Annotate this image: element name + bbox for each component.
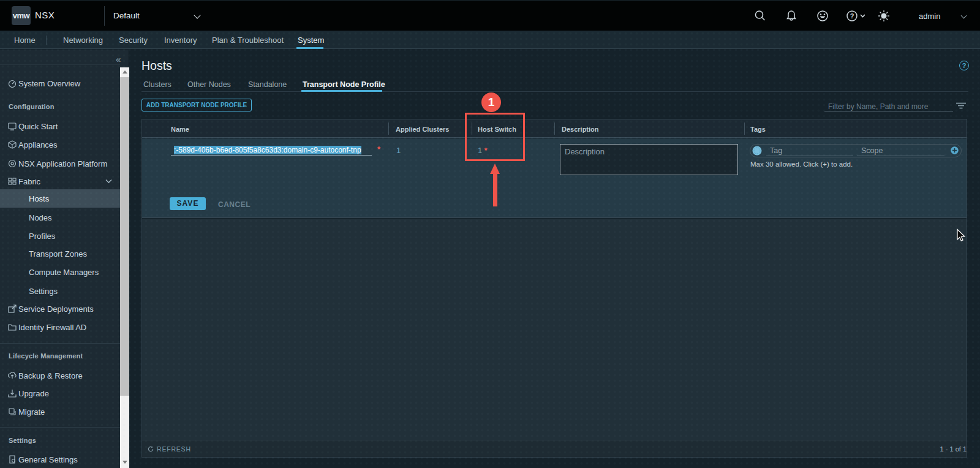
svg-text:?: ? bbox=[850, 12, 854, 20]
